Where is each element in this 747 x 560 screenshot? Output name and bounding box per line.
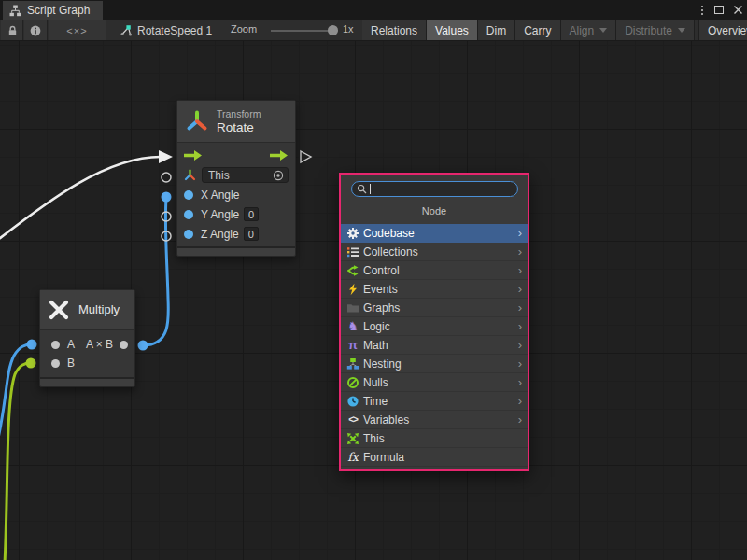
chevron-right-icon: › bbox=[518, 357, 522, 370]
finder-item-math[interactable]: π Math › bbox=[341, 336, 528, 355]
node-search-input[interactable] bbox=[371, 184, 512, 195]
folder-icon bbox=[345, 301, 360, 315]
multiply-node-body: A A × B B bbox=[40, 330, 134, 377]
multiply-out-port[interactable] bbox=[120, 341, 128, 349]
chevron-right-icon: › bbox=[518, 245, 522, 258]
value-port-multiply-b-connected[interactable] bbox=[26, 358, 36, 369]
zoom-slider[interactable] bbox=[271, 20, 338, 41]
state-machine-icon bbox=[345, 357, 360, 371]
z-angle-value-field[interactable]: 0 bbox=[244, 227, 259, 241]
close-icon[interactable] bbox=[733, 5, 743, 15]
dim-button[interactable]: Dim bbox=[478, 20, 515, 41]
multiply-a-label: A bbox=[67, 338, 75, 351]
tab-script-graph[interactable]: Script Graph bbox=[3, 1, 103, 20]
tab-bar: Script Graph bbox=[0, 0, 747, 20]
value-port-xangle-connected[interactable] bbox=[162, 192, 172, 203]
multiply-b-port[interactable] bbox=[51, 359, 60, 368]
finder-item-nesting[interactable]: Nesting › bbox=[341, 355, 528, 373]
value-port-this-empty[interactable] bbox=[162, 173, 171, 182]
values-button[interactable]: Values bbox=[427, 20, 478, 41]
y-angle-value-field[interactable]: 0 bbox=[244, 207, 259, 221]
finder-item-codebase[interactable]: Codebase › bbox=[341, 224, 528, 243]
node-title: Rotate bbox=[217, 120, 261, 135]
finder-item-graphs[interactable]: Graphs › bbox=[341, 299, 528, 317]
finder-item-logic[interactable]: ♞ Logic › bbox=[341, 317, 528, 336]
view-button-group: Relations Values Dim Carry Align Distrib… bbox=[362, 20, 747, 41]
code-view-button[interactable]: <×> bbox=[49, 20, 106, 41]
value-port-multiply-a-connected[interactable] bbox=[27, 340, 37, 350]
chevron-down-icon bbox=[678, 28, 685, 33]
fx-formula-icon: fx bbox=[345, 450, 360, 464]
flow-port-row bbox=[177, 146, 295, 165]
lock-button[interactable] bbox=[1, 20, 23, 41]
this-port-row: This bbox=[177, 165, 295, 185]
search-icon bbox=[357, 184, 367, 194]
clock-icon bbox=[345, 394, 360, 408]
null-slash-icon bbox=[345, 375, 360, 389]
finder-list: Codebase › Collections › bbox=[341, 224, 528, 467]
finder-item-events[interactable]: Events › bbox=[341, 280, 528, 299]
finder-item-time[interactable]: Time › bbox=[341, 392, 528, 411]
lock-icon bbox=[6, 24, 19, 37]
y-angle-port-row: Y Angle 0 bbox=[177, 204, 295, 224]
chevron-right-icon: › bbox=[518, 413, 522, 426]
node-search-box[interactable] bbox=[351, 181, 518, 197]
chevron-right-icon: › bbox=[518, 320, 522, 332]
overview-button[interactable]: Overview bbox=[698, 20, 747, 41]
graph-hierarchy-icon bbox=[9, 5, 21, 17]
lightning-icon bbox=[345, 282, 360, 296]
multiply-x-icon bbox=[48, 299, 70, 321]
transform-mini-icon bbox=[184, 169, 196, 181]
graph-canvas[interactable]: Transform Rotate bbox=[0, 41, 747, 560]
list-bullets-icon bbox=[345, 245, 360, 259]
multiply-node-header[interactable]: Multiply bbox=[40, 290, 134, 330]
x-angle-port-row: X Angle bbox=[177, 185, 295, 204]
finder-item-variables[interactable]: <> Variables › bbox=[341, 411, 528, 429]
value-port-multiply-out-connected[interactable] bbox=[138, 341, 148, 351]
rotate-node-body: This X Angle Y Angle 0 bbox=[177, 143, 295, 246]
finder-item-this[interactable]: This bbox=[341, 429, 528, 448]
maximize-icon[interactable] bbox=[714, 6, 724, 14]
wire-value-into-multiply-b[interactable] bbox=[5, 363, 31, 560]
carry-button[interactable]: Carry bbox=[515, 20, 560, 41]
info-button[interactable] bbox=[24, 20, 48, 41]
finder-header: Node bbox=[341, 205, 528, 217]
flow-port-out-empty[interactable] bbox=[301, 151, 311, 162]
distribute-dropdown[interactable]: Distribute bbox=[616, 20, 695, 41]
multiply-a-port[interactable] bbox=[51, 341, 60, 349]
chevron-right-icon: › bbox=[518, 227, 522, 239]
finder-item-collections[interactable]: Collections › bbox=[341, 243, 528, 261]
zoom-slider-thumb[interactable] bbox=[328, 25, 338, 35]
flow-out-arrow-icon[interactable] bbox=[270, 150, 289, 161]
node-title: Multiply bbox=[78, 302, 120, 317]
rotate-node-header[interactable]: Transform Rotate bbox=[177, 101, 295, 143]
finder-item-control[interactable]: Control › bbox=[341, 261, 528, 280]
code-icon: <×> bbox=[66, 25, 87, 36]
relations-button[interactable]: Relations bbox=[362, 20, 427, 41]
chevron-right-icon: › bbox=[518, 395, 522, 407]
flow-in-arrow-icon[interactable] bbox=[184, 150, 203, 161]
pi-icon: π bbox=[345, 338, 360, 352]
graph-node-icon bbox=[120, 24, 133, 37]
move-arrows-icon bbox=[345, 431, 360, 445]
breadcrumb[interactable]: RotateSpeed 1 bbox=[120, 20, 212, 41]
finder-item-formula[interactable]: fx Formula bbox=[341, 448, 528, 467]
zoom-label: Zoom bbox=[231, 23, 257, 35]
wire-value-multiply-to-xangle[interactable] bbox=[143, 198, 168, 345]
finder-item-nulls[interactable]: Nulls › bbox=[341, 373, 528, 392]
z-angle-port[interactable] bbox=[184, 230, 193, 239]
gear-icon bbox=[345, 226, 360, 240]
node-category: Transform bbox=[217, 108, 261, 120]
y-angle-port[interactable] bbox=[184, 210, 193, 219]
more-menu-icon[interactable] bbox=[699, 4, 705, 17]
chess-knight-icon: ♞ bbox=[345, 319, 360, 333]
branch-arrows-icon bbox=[345, 263, 360, 277]
this-object-field[interactable]: This bbox=[202, 167, 289, 183]
x-angle-port[interactable] bbox=[184, 190, 193, 200]
align-dropdown[interactable]: Align bbox=[561, 20, 617, 41]
b-port-row: B bbox=[40, 354, 134, 372]
node-transform-rotate[interactable]: Transform Rotate bbox=[176, 100, 296, 257]
node-multiply[interactable]: Multiply A A × B B bbox=[39, 289, 135, 387]
object-picker-icon[interactable] bbox=[273, 170, 284, 181]
wire-flow-white[interactable] bbox=[0, 157, 161, 245]
